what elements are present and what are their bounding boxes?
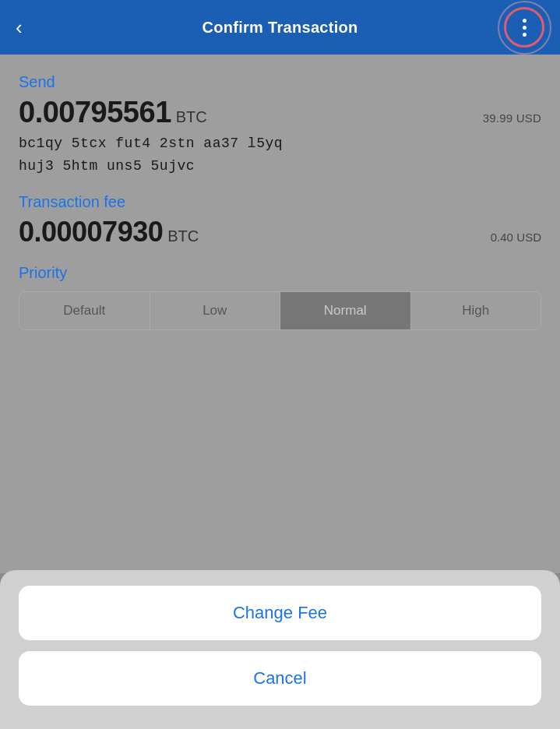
fee-usd-value: 0.40 bbox=[491, 231, 513, 244]
send-amount-row: 0.00795561 BTC 39.99 USD bbox=[19, 96, 541, 129]
cancel-button[interactable]: Cancel bbox=[19, 651, 541, 706]
send-amount-value: 0.00795561 bbox=[19, 96, 171, 129]
send-label: Send bbox=[19, 73, 541, 91]
menu-button[interactable] bbox=[504, 7, 544, 48]
priority-selector: Default Low Normal High bbox=[19, 291, 541, 330]
priority-option-high[interactable]: High bbox=[411, 292, 541, 329]
fee-amount-value: 0.00007930 bbox=[19, 216, 163, 248]
recipient-address: bc1qy 5tcx fut4 2stn aa37 l5yq huj3 5htm… bbox=[19, 132, 541, 178]
priority-label: Priority bbox=[19, 264, 541, 282]
fee-amount-usd: 0.40 USD bbox=[491, 231, 541, 245]
fee-usd-currency: USD bbox=[516, 231, 541, 244]
more-vertical-icon bbox=[523, 19, 527, 37]
fee-amount-row: 0.00007930 BTC 0.40 USD bbox=[19, 216, 541, 248]
fee-amount-currency: BTC bbox=[167, 227, 199, 245]
page-title: Confirm Transaction bbox=[202, 19, 357, 37]
header: ‹ Confirm Transaction bbox=[0, 0, 560, 55]
priority-option-normal[interactable]: Normal bbox=[280, 292, 411, 329]
back-button[interactable]: ‹ bbox=[16, 17, 23, 37]
fee-amount-main: 0.00007930 BTC bbox=[19, 216, 199, 248]
change-fee-button[interactable]: Change Fee bbox=[19, 586, 541, 640]
priority-option-default[interactable]: Default bbox=[19, 292, 150, 329]
send-usd-label: USD bbox=[516, 111, 541, 125]
main-content: Send 0.00795561 BTC 39.99 USD bc1qy 5tcx… bbox=[0, 55, 560, 573]
bottom-sheet: Change Fee Cancel bbox=[0, 570, 560, 729]
send-amount-currency: BTC bbox=[176, 108, 207, 126]
send-amount-main: 0.00795561 BTC bbox=[19, 96, 207, 129]
priority-option-low[interactable]: Low bbox=[150, 292, 281, 329]
send-usd-value: 39.99 bbox=[483, 111, 513, 125]
fee-label: Transaction fee bbox=[19, 193, 541, 211]
send-amount-usd: 39.99 USD bbox=[483, 111, 541, 125]
